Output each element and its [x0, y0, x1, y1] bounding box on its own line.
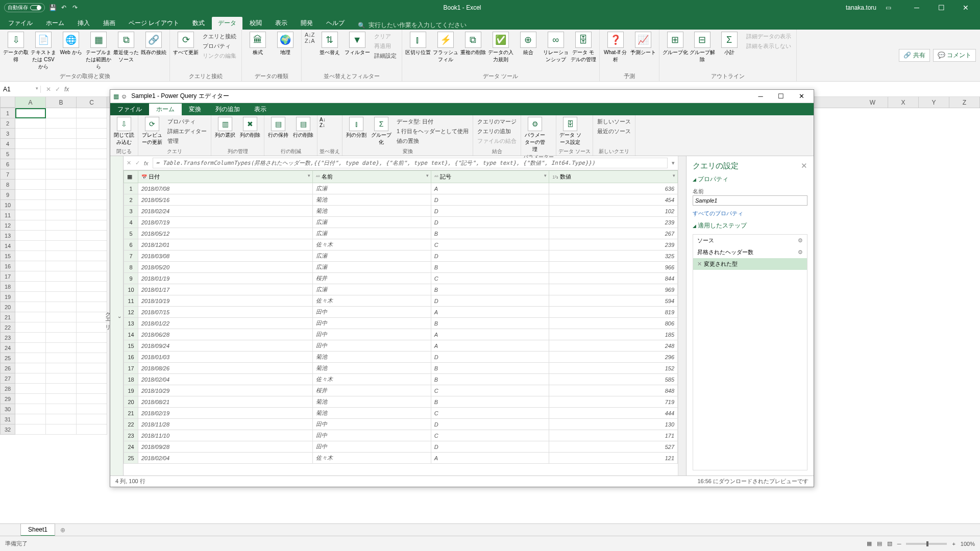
- row-header[interactable]: 8: [0, 180, 15, 190]
- cell[interactable]: [15, 373, 46, 384]
- pq-row-number[interactable]: 12: [124, 307, 138, 318]
- cell[interactable]: [77, 363, 107, 373]
- pq-cell[interactable]: 菊池: [313, 206, 431, 217]
- cell[interactable]: [15, 108, 46, 118]
- ribbon-btn-1[interactable]: 📈予測シート: [630, 32, 656, 56]
- cell[interactable]: [77, 200, 107, 210]
- ribbon-btn-6[interactable]: 🗄データ モデルの管理: [571, 32, 596, 63]
- pq-data-table[interactable]: ▦📅 日付▾ᴬᴮ 名前▾ᴬᴮ 記号▾1²₃ 数値▾ 12018/07/08広瀬A…: [124, 170, 678, 464]
- pq-cell[interactable]: 806: [549, 318, 678, 329]
- pq-cell[interactable]: D: [431, 441, 549, 453]
- pq-cell[interactable]: B: [431, 262, 549, 273]
- applied-step[interactable]: 昇格されたヘッダー数⚙: [693, 246, 807, 258]
- pq-cell[interactable]: 広瀬: [313, 262, 431, 273]
- cell[interactable]: [15, 149, 46, 159]
- zoom-level[interactable]: 100%: [961, 541, 975, 547]
- main-tab-校閲[interactable]: 校閲: [243, 17, 268, 30]
- user-name[interactable]: tanaka.toru: [846, 4, 876, 11]
- pq-row-number[interactable]: 16: [124, 352, 138, 363]
- pq-row-number[interactable]: 22: [124, 419, 138, 430]
- row-header[interactable]: 14: [0, 241, 15, 251]
- pq-cell[interactable]: D: [431, 419, 549, 430]
- row-header[interactable]: 7: [0, 169, 15, 180]
- cell[interactable]: [46, 373, 77, 384]
- pq-cell[interactable]: 2018/07/19: [138, 217, 313, 228]
- cell[interactable]: [46, 343, 77, 353]
- pq-cell[interactable]: 296: [549, 352, 678, 363]
- pq-row-number[interactable]: 7: [124, 251, 138, 262]
- pq-cell[interactable]: 2018/02/04: [138, 453, 313, 464]
- data-source-settings-button[interactable]: 🗄データ ソース設定: [558, 117, 582, 146]
- view-layout-icon[interactable]: ▤: [877, 540, 882, 547]
- cell[interactable]: [15, 241, 46, 251]
- pq-row-number[interactable]: 24: [124, 441, 138, 453]
- main-tab-データ[interactable]: データ: [212, 17, 242, 30]
- pq-cell[interactable]: 佐々木: [313, 374, 431, 385]
- cell[interactable]: [15, 180, 46, 190]
- cell[interactable]: [77, 424, 107, 435]
- cell[interactable]: [46, 353, 77, 363]
- fx-icon[interactable]: fx: [64, 86, 69, 93]
- pq-row-number[interactable]: 10: [124, 284, 138, 295]
- sort-asc-button[interactable]: A↓: [320, 117, 326, 122]
- sort-za-button[interactable]: Z↓A: [305, 38, 315, 44]
- ribbon-btn-2[interactable]: ⧉重複の削除: [460, 32, 486, 56]
- cell[interactable]: [46, 312, 77, 322]
- pq-cell[interactable]: 969: [549, 284, 678, 295]
- comment-button[interactable]: 💬 コメント: [933, 49, 976, 62]
- pq-cell[interactable]: 2018/02/04: [138, 374, 313, 385]
- cell[interactable]: [46, 271, 77, 282]
- pq-cell[interactable]: 広瀬: [313, 183, 431, 194]
- pq-cell[interactable]: 267: [549, 228, 678, 239]
- applied-step[interactable]: ✕変更された型: [693, 258, 807, 270]
- pq-fx-cancel-icon[interactable]: ✕: [127, 160, 131, 166]
- main-tab-描画[interactable]: 描画: [97, 17, 121, 30]
- pq-cell[interactable]: 2018/11/28: [138, 419, 313, 430]
- cell[interactable]: [46, 322, 77, 333]
- row-header[interactable]: 1: [0, 108, 15, 118]
- pq-row-corner[interactable]: ▦: [124, 171, 138, 183]
- pq-formula-dropdown-icon[interactable]: ▾: [672, 160, 675, 166]
- row-header[interactable]: 20: [0, 302, 15, 312]
- cell[interactable]: [46, 200, 77, 210]
- pq-row-number[interactable]: 5: [124, 228, 138, 239]
- ribbon-btn-3[interactable]: ✅データの入力規則: [488, 32, 513, 63]
- cell[interactable]: [15, 322, 46, 333]
- cell[interactable]: [77, 231, 107, 241]
- pq-cell[interactable]: A: [431, 307, 549, 318]
- row-header[interactable]: 26: [0, 363, 15, 373]
- add-sheet-button[interactable]: ⊕: [60, 527, 65, 534]
- pq-col-header[interactable]: 📅 日付▾: [138, 171, 313, 183]
- pq-row-number[interactable]: 6: [124, 239, 138, 251]
- pq-cell[interactable]: 636: [549, 183, 678, 194]
- cell[interactable]: [77, 108, 107, 118]
- cell[interactable]: [46, 220, 77, 231]
- cell[interactable]: [77, 312, 107, 322]
- group-by-button[interactable]: Σグループ化: [370, 117, 393, 146]
- pq-cell[interactable]: B: [431, 318, 549, 329]
- pq-cell[interactable]: C: [431, 408, 549, 419]
- pq-tab-ファイル[interactable]: ファイル: [110, 104, 149, 115]
- ribbon-btn-2[interactable]: Σ小計: [717, 32, 742, 63]
- pq-cell[interactable]: D: [431, 194, 549, 206]
- pq-cell[interactable]: 585: [549, 374, 678, 385]
- cell[interactable]: [46, 333, 77, 343]
- pq-cell[interactable]: 130: [549, 419, 678, 430]
- keep-rows-button[interactable]: ▤行の保持: [266, 117, 290, 139]
- pq-cell[interactable]: 248: [549, 340, 678, 352]
- ribbon-btn-4[interactable]: ⧉最近使ったソース: [113, 32, 139, 63]
- row-header[interactable]: 18: [0, 282, 15, 292]
- row-header[interactable]: 12: [0, 220, 15, 231]
- cell[interactable]: [77, 169, 107, 180]
- col-header-x[interactable]: X: [888, 97, 919, 108]
- pq-cell[interactable]: 2018/01/19: [138, 273, 313, 284]
- cell[interactable]: [46, 241, 77, 251]
- row-header[interactable]: 17: [0, 271, 15, 282]
- cell[interactable]: [77, 384, 107, 394]
- cell[interactable]: [15, 292, 46, 302]
- pq-cell[interactable]: 594: [549, 295, 678, 307]
- ribbon-btn-0[interactable]: ⊞グループ化: [663, 32, 688, 63]
- pq-cell[interactable]: A: [431, 340, 549, 352]
- pq-cell[interactable]: 広瀬: [313, 228, 431, 239]
- main-tab-開発[interactable]: 開発: [295, 17, 319, 30]
